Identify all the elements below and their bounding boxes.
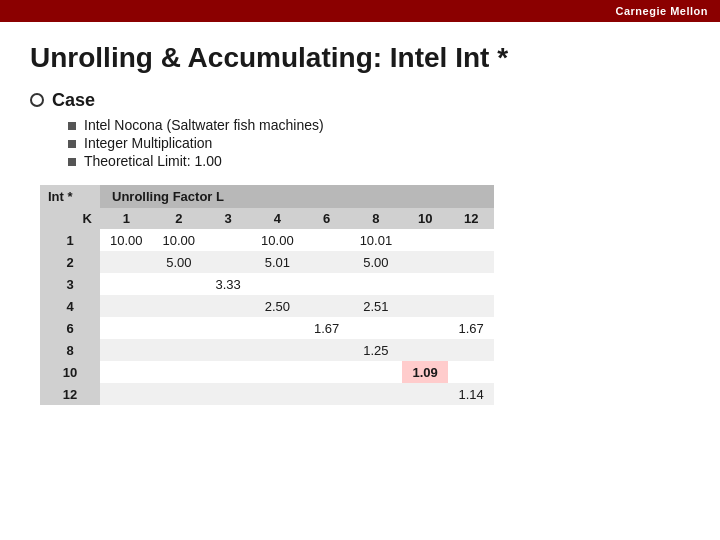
cell-k2-l6 — [304, 251, 350, 273]
cell-k8-l12 — [448, 339, 494, 361]
cell-k10-l2 — [153, 361, 206, 383]
cell-k1-l3 — [205, 229, 251, 251]
sub-bullet-3: Theoretical Limit: 1.00 — [68, 153, 690, 169]
col-header-12: 12 — [448, 208, 494, 229]
row-label-k2: 2 — [40, 251, 100, 273]
col-header-10: 10 — [402, 208, 448, 229]
cell-k4-l2 — [153, 295, 206, 317]
cell-k2-l3 — [205, 251, 251, 273]
cell-k12-l8 — [350, 383, 403, 405]
cell-k12-l4 — [251, 383, 304, 405]
cell-k4-l4: 2.50 — [251, 295, 304, 317]
performance-table: Int * Unrolling Factor L K 1 2 3 4 6 8 1… — [40, 185, 494, 405]
row-label-k6: 6 — [40, 317, 100, 339]
cell-k10-l10-highlight: 1.09 — [402, 361, 448, 383]
row-label-k12: 12 — [40, 383, 100, 405]
cell-k10-l4 — [251, 361, 304, 383]
table-row-k8: 8 1.25 — [40, 339, 494, 361]
cell-k10-l8 — [350, 361, 403, 383]
cell-k2-l1 — [100, 251, 153, 273]
cell-k3-l12 — [448, 273, 494, 295]
cell-k8-l2 — [153, 339, 206, 361]
table-row-k2: 2 5.00 5.01 5.00 — [40, 251, 494, 273]
row-label-k3: 3 — [40, 273, 100, 295]
cell-k2-l12 — [448, 251, 494, 273]
col-header-4: 4 — [251, 208, 304, 229]
main-content: Unrolling & Accumulating: Intel Int * Ca… — [0, 22, 720, 415]
cell-k12-l3 — [205, 383, 251, 405]
cell-k2-l10 — [402, 251, 448, 273]
k-label-cell: K — [40, 208, 100, 229]
cell-k4-l1 — [100, 295, 153, 317]
cell-k4-l8: 2.51 — [350, 295, 403, 317]
table-row-k10: 10 1.09 — [40, 361, 494, 383]
page-title: Unrolling & Accumulating: Intel Int * — [30, 42, 690, 74]
cell-k3-l10 — [402, 273, 448, 295]
cell-k10-l12 — [448, 361, 494, 383]
open-circle-icon — [30, 93, 44, 107]
cell-k6-l3 — [205, 317, 251, 339]
cell-k12-l6 — [304, 383, 350, 405]
cell-k3-l8 — [350, 273, 403, 295]
sub-bullet-text-2: Integer Multiplication — [84, 135, 212, 151]
cell-k6-l1 — [100, 317, 153, 339]
cell-k6-l4 — [251, 317, 304, 339]
cell-k8-l10 — [402, 339, 448, 361]
cell-k10-l1 — [100, 361, 153, 383]
col-header-6: 6 — [304, 208, 350, 229]
table-row-k12: 12 1.14 — [40, 383, 494, 405]
cell-k6-l2 — [153, 317, 206, 339]
row-label-k8: 8 — [40, 339, 100, 361]
cell-k1-l4: 10.00 — [251, 229, 304, 251]
row-label-k10: 10 — [40, 361, 100, 383]
case-bullet: Case — [30, 90, 690, 111]
cell-k4-l3 — [205, 295, 251, 317]
cell-k1-l8: 10.01 — [350, 229, 403, 251]
cell-k1-l12 — [448, 229, 494, 251]
col-header-1: 1 — [100, 208, 153, 229]
case-label: Case — [52, 90, 95, 111]
cell-k3-l3: 3.33 — [205, 273, 251, 295]
table-row-k1: 1 10.00 10.00 10.00 10.01 — [40, 229, 494, 251]
sub-bullet-1: Intel Nocona (Saltwater fish machines) — [68, 117, 690, 133]
sub-bullet-2: Integer Multiplication — [68, 135, 690, 151]
cell-k2-l8: 5.00 — [350, 251, 403, 273]
cell-k6-l8 — [350, 317, 403, 339]
carnegie-mellon-logo: Carnegie Mellon — [616, 5, 708, 17]
cell-k2-l4: 5.01 — [251, 251, 304, 273]
square-bullet-icon-2 — [68, 140, 76, 148]
cell-k12-l10 — [402, 383, 448, 405]
cell-k3-l1 — [100, 273, 153, 295]
cell-k4-l10 — [402, 295, 448, 317]
cell-k1-l6 — [304, 229, 350, 251]
cell-k3-l6 — [304, 273, 350, 295]
cell-k1-l10 — [402, 229, 448, 251]
cell-k12-l2 — [153, 383, 206, 405]
unrolling-factor-header: Unrolling Factor L — [100, 185, 494, 208]
cell-k10-l6 — [304, 361, 350, 383]
cell-k4-l12 — [448, 295, 494, 317]
cell-k6-l10 — [402, 317, 448, 339]
row-label-k1: 1 — [40, 229, 100, 251]
square-bullet-icon-3 — [68, 158, 76, 166]
cell-k2-l2: 5.00 — [153, 251, 206, 273]
data-table-container: Int * Unrolling Factor L K 1 2 3 4 6 8 1… — [40, 185, 690, 405]
sub-bullet-text-1: Intel Nocona (Saltwater fish machines) — [84, 117, 324, 133]
table-row-k6: 6 1.67 1.67 — [40, 317, 494, 339]
cell-k12-l12: 1.14 — [448, 383, 494, 405]
col-header-2: 2 — [153, 208, 206, 229]
cell-k6-l6: 1.67 — [304, 317, 350, 339]
col-header-3: 3 — [205, 208, 251, 229]
cell-k3-l4 — [251, 273, 304, 295]
col-header-8: 8 — [350, 208, 403, 229]
square-bullet-icon — [68, 122, 76, 130]
cell-k10-l3 — [205, 361, 251, 383]
cell-k8-l6 — [304, 339, 350, 361]
cell-k1-l1: 10.00 — [100, 229, 153, 251]
cell-k3-l2 — [153, 273, 206, 295]
cell-k8-l8: 1.25 — [350, 339, 403, 361]
table-row-k3: 3 3.33 — [40, 273, 494, 295]
cell-k12-l1 — [100, 383, 153, 405]
sub-bullets-list: Intel Nocona (Saltwater fish machines) I… — [68, 117, 690, 169]
sub-bullet-text-3: Theoretical Limit: 1.00 — [84, 153, 222, 169]
